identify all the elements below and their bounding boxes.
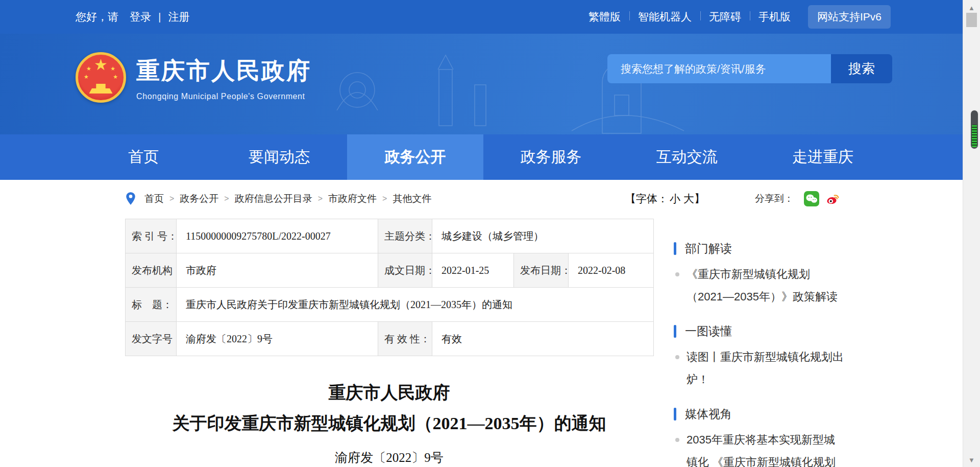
breadcrumb-separator: > [382, 194, 387, 203]
doc-title-value: 重庆市人民政府关于印发重庆市新型城镇化规划（2021—2035年）的通知 [177, 288, 654, 322]
location-pin-icon [125, 192, 136, 206]
list-item: 读图丨重庆市新型城镇化规划出炉！ [674, 346, 891, 391]
share-label: 分享到： [755, 192, 794, 205]
index-number-label: 索 引 号： [126, 219, 177, 253]
table-row: 索 引 号： 11500000009275780L/2022-00027 主题分… [126, 219, 654, 253]
section-title: 一图读懂 [685, 323, 732, 339]
written-date-value: 2022-01-25 [432, 253, 514, 288]
index-number-value: 11500000009275780L/2022-00027 [177, 219, 378, 253]
nav-item-gov-services[interactable]: 政务服务 [483, 134, 619, 180]
battery-fill [972, 125, 977, 147]
table-row: 发文字号： 渝府发〔2022〕9号 有 效 性： 有效 [126, 322, 654, 356]
sidebar-section-infographic: 一图读懂 读图丨重庆市新型城镇化规划出炉！ [674, 323, 891, 391]
scrollbar-thumb[interactable] [966, 13, 977, 27]
validity-label: 有 效 性： [378, 322, 432, 356]
sidebar-link-media-article[interactable]: 2035年重庆将基本实现新型城镇化 《重庆市新型城镇化规划（2021—2035年… [687, 429, 844, 467]
list-item: 2035年重庆将基本实现新型城镇化 《重庆市新型城镇化规划（2021—2035年… [674, 429, 891, 467]
publish-date-label: 发布日期： [514, 253, 569, 288]
publish-date-value: 2022-02-08 [569, 253, 654, 288]
main-content: 首页 > 政务公开 > 政府信息公开目录 > 市政府文件 > 其他文件 【字体：… [0, 188, 980, 467]
font-larger-button[interactable]: 大】 [683, 193, 705, 204]
doc-title-label: 标 题： [126, 288, 177, 322]
search-bar: 搜索 [607, 54, 892, 83]
font-size-widget: 【字体：小大】 [625, 192, 706, 206]
nav-item-interaction[interactable]: 互动交流 [619, 134, 755, 180]
written-date-label: 成文日期： [378, 253, 432, 288]
breadcrumb-info-catalog[interactable]: 政府信息公开目录 [235, 192, 312, 205]
nav-item-about-chongqing[interactable]: 走进重庆 [755, 134, 891, 180]
doc-number-label: 发文字号： [126, 322, 177, 356]
search-input[interactable] [607, 54, 831, 83]
section-accent-bar [674, 242, 676, 255]
breadcrumb-separator: > [318, 194, 323, 203]
section-accent-bar [674, 325, 676, 338]
section-title: 部门解读 [685, 241, 732, 256]
issuing-agency-label: 发布机构： [126, 253, 177, 288]
bullet-dot-icon [675, 355, 679, 359]
breadcrumb-home[interactable]: 首页 [144, 192, 164, 205]
battery-indicator [970, 109, 979, 150]
sidebar-link-infographic[interactable]: 读图丨重庆市新型城镇化规划出炉！ [687, 346, 844, 391]
document-heading: 重庆市人民政府 关于印发重庆市新型城镇化规划（2021—2035年）的通知 渝府… [125, 382, 653, 465]
document-number-line: 渝府发〔2022〕9号 [125, 450, 653, 465]
site-title: 重庆市人民政府 [136, 55, 311, 87]
scroll-up-arrow-icon[interactable]: ▲ [963, 4, 980, 12]
site-header: ★ ★★★★ 重庆市人民政府 Chongqing Municipal Peopl… [0, 34, 980, 134]
font-smaller-button[interactable]: 小 [670, 193, 680, 204]
sidebar-section-media-view: 媒体视角 2035年重庆将基本实现新型城镇化 《重庆市新型城镇化规划（2021—… [674, 406, 891, 467]
doc-number-value: 渝府发〔2022〕9号 [177, 322, 378, 356]
smart-robot-link[interactable]: 智能机器人 [629, 10, 700, 24]
breadcrumb-separator: > [169, 194, 174, 203]
sidebar-link-policy-interpretation[interactable]: 《重庆市新型城镇化规划（2021—2035年）》政策解读 [687, 263, 844, 308]
ipv6-support-badge[interactable]: 网站支持IPv6 [808, 5, 891, 29]
share-group: 分享到： [755, 191, 840, 206]
font-size-label: 【字体： [625, 193, 668, 204]
national-emblem-icon: ★ ★★★★ [76, 52, 126, 103]
weibo-share-icon[interactable] [824, 191, 840, 206]
topic-category-label: 主题分类： [378, 219, 432, 253]
section-accent-bar [674, 408, 676, 421]
search-button[interactable]: 搜索 [831, 54, 892, 83]
table-row: 发布机构： 市政府 成文日期： 2022-01-25 发布日期： 2022-02… [126, 253, 654, 288]
site-logo[interactable]: ★ ★★★★ 重庆市人民政府 Chongqing Municipal Peopl… [76, 52, 311, 103]
document-org-line: 重庆市人民政府 [125, 382, 653, 404]
nav-item-news[interactable]: 要闻动态 [211, 134, 347, 180]
nav-item-gov-disclosure[interactable]: 政务公开 [347, 134, 483, 180]
wechat-share-icon[interactable] [804, 191, 819, 206]
breadcrumb-city-gov-files[interactable]: 市政府文件 [328, 192, 377, 205]
greeting-text: 您好，请 [76, 10, 118, 24]
breadcrumb-other-files[interactable]: 其他文件 [393, 192, 431, 205]
table-row: 标 题： 重庆市人民政府关于印发重庆市新型城镇化规划（2021—2035年）的通… [126, 288, 654, 322]
nav-item-home[interactable]: 首页 [76, 134, 211, 180]
bullet-dot-icon [675, 272, 679, 276]
mobile-version-link[interactable]: 手机版 [750, 10, 799, 24]
accessibility-link[interactable]: 无障碍 [700, 10, 750, 24]
login-link[interactable]: 登录 [130, 10, 151, 24]
breadcrumb-separator: > [224, 194, 229, 203]
related-sidebar: 部门解读 《重庆市新型城镇化规划（2021—2035年）》政策解读 一图读懂 读… [674, 241, 891, 467]
main-nav: 首页 要闻动态 政务公开 政务服务 互动交流 走进重庆 [0, 134, 980, 180]
site-subtitle: Chongqing Municipal People's Government [136, 92, 311, 101]
login-register-divider: | [158, 11, 161, 23]
list-item: 《重庆市新型城镇化规划（2021—2035年）》政策解读 [674, 263, 891, 308]
vertical-scrollbar: ▲ ▼ [963, 0, 980, 467]
topic-category-value: 城乡建设（城乡管理） [432, 219, 654, 253]
section-title: 媒体视角 [685, 406, 732, 422]
top-bar: 您好，请 登录 | 注册 繁體版 智能机器人 无障碍 手机版 网站支持IPv6 [0, 0, 980, 34]
register-link[interactable]: 注册 [168, 10, 189, 24]
breadcrumb-gov-disclosure[interactable]: 政务公开 [180, 192, 218, 205]
breadcrumb: 首页 > 政务公开 > 政府信息公开目录 > 市政府文件 > 其他文件 【字体：… [125, 188, 840, 209]
issuing-agency-value: 市政府 [177, 253, 378, 288]
scroll-down-arrow-icon[interactable]: ▼ [963, 456, 980, 464]
document-title-line: 关于印发重庆市新型城镇化规划（2021—2035年）的通知 [125, 412, 653, 435]
validity-value: 有效 [432, 322, 654, 356]
sidebar-section-department-interpretation: 部门解读 《重庆市新型城镇化规划（2021—2035年）》政策解读 [674, 241, 891, 308]
bullet-dot-icon [675, 438, 679, 442]
traditional-chinese-link[interactable]: 繁體版 [580, 10, 629, 24]
document-meta-table: 索 引 号： 11500000009275780L/2022-00027 主题分… [125, 219, 654, 356]
